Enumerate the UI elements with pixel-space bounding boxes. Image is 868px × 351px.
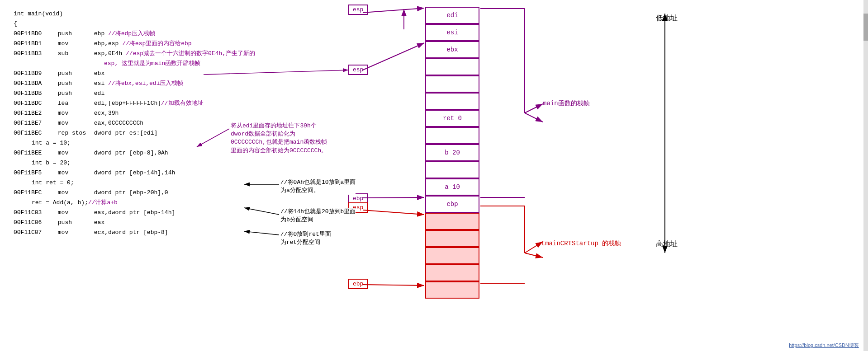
annotation-a-space: //将0Ah也就是10放到a里面为a分配空间。 xyxy=(280,178,356,195)
annotation-ret-space: //将0放到ret里面为ret分配空间 xyxy=(280,230,331,247)
svg-line-14 xyxy=(525,113,543,122)
label-ebp-red: ebp xyxy=(348,279,368,289)
code-line-8: 00F11BE2 movecx,39h xyxy=(14,108,330,118)
stack-cell-empty3 xyxy=(425,93,479,110)
stack-cell-esp-red xyxy=(425,213,479,230)
annotation-b-space: //将14h也就是20放到b里面为b分配空间 xyxy=(280,208,356,224)
code-line-7: 00F11BDC leaedi,[ebp+FFFFFF1Ch]//加载有效地址 xyxy=(14,98,330,108)
stack-cell-ebp-save: ebp xyxy=(425,196,479,213)
code-line-intb: int b = 20; xyxy=(14,158,330,168)
main-container: int main(void) { 00F11BD0 pushebp //将edp… xyxy=(0,0,868,351)
stack-cell-ebx: ebx xyxy=(425,41,479,58)
stack-cell-red4 xyxy=(425,264,479,281)
stack-cell-empty1 xyxy=(425,58,479,75)
code-line-12: 00F11BF5 movdword ptr [ebp-14h],14h xyxy=(14,168,330,178)
svg-line-13 xyxy=(525,104,543,113)
svg-line-6 xyxy=(363,43,424,70)
label-esp-top: esp xyxy=(348,5,368,15)
code-line-brace: { xyxy=(14,19,330,29)
svg-line-9 xyxy=(363,285,424,285)
scrollbar-thumb[interactable] xyxy=(863,14,868,41)
label-tmain-frame: __tmainCRTStartup 的栈帧 xyxy=(534,239,621,248)
code-line-1: 00F11BD0 pushebp //将edp压入栈帧 xyxy=(14,29,330,39)
stack-cell-red3 xyxy=(425,247,479,264)
stack-cell-empty2 xyxy=(425,75,479,93)
svg-line-7 xyxy=(363,197,424,198)
annotation-mov-init: 将从edi里面存的地址往下39h个dword数据全部初始化为0CCCCCCCh,… xyxy=(231,122,330,155)
stack-cell-red2 xyxy=(425,230,479,247)
code-line-3b: esp, 这里就是为main函数开辟栈帧 xyxy=(14,59,330,69)
stack-cell-b: b 20 xyxy=(425,144,479,161)
label-high-addr: 高地址 xyxy=(656,239,678,249)
stack-cell-empty5 xyxy=(425,161,479,178)
code-line-5: 00F11BDA pushesi //将ebx,esi,edi压入栈帧 xyxy=(14,79,330,89)
stack-cell-a: a 10 xyxy=(425,178,479,196)
code-line-2: 00F11BD1 movebp,esp //将esp里面的内容给ebp xyxy=(14,39,330,49)
code-line-header: int main(void) xyxy=(14,9,330,19)
svg-line-4 xyxy=(363,8,424,13)
stack-cell-edi: edi xyxy=(425,7,479,24)
code-line-4: 00F11BD9 pushebx xyxy=(14,69,330,79)
label-low-addr: 低地址 xyxy=(656,14,678,23)
label-esp-mid: esp xyxy=(348,65,368,75)
scrollbar[interactable] xyxy=(863,0,868,351)
label-main-frame: main函数的栈帧 xyxy=(543,99,590,108)
stack-cell-ebp-bottom xyxy=(425,281,479,299)
stack-cell-esi: esi xyxy=(425,24,479,41)
watermark: https://blog.csdn.net/CSDN博客 xyxy=(789,342,859,349)
code-line-6: 00F11BDB pushedi xyxy=(14,89,330,98)
svg-line-19 xyxy=(525,253,543,257)
code-line-addcall: ret = Add(a, b);//计算a+b xyxy=(14,198,330,208)
stack-cell-empty4 xyxy=(425,127,479,144)
stack-cell-ret: ret 0 xyxy=(425,110,479,127)
svg-line-8 xyxy=(363,210,424,215)
code-line-3: 00F11BD3 subesp,0E4h //esp减去一个十六进制的数字0E4… xyxy=(14,49,330,59)
